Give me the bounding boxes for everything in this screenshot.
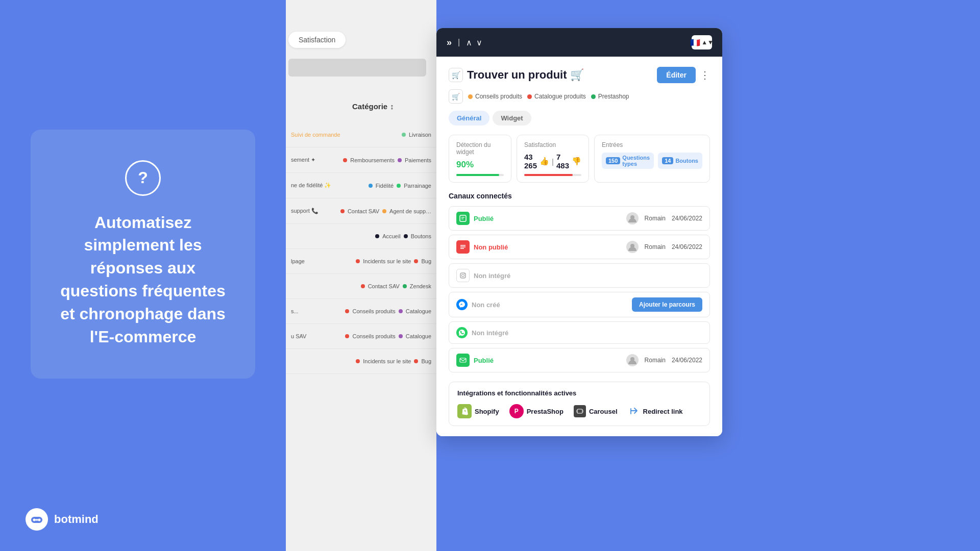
stat-detection: Détection du widget 90% <box>449 135 511 183</box>
svg-rect-5 <box>37 514 39 517</box>
avatar-romain-2 <box>626 241 639 253</box>
list-item: Contact SAV Zendesk <box>286 274 436 299</box>
list-item: Incidents sur le site Bug <box>286 349 436 374</box>
avatar-romain-3 <box>626 354 639 366</box>
flag-icon: 🇫🇷 <box>690 38 700 47</box>
shopify-icon <box>457 404 472 418</box>
detection-progress-fill <box>456 174 499 176</box>
entrees-label: Entrées <box>602 141 702 148</box>
modal-title-row: 🛒 Trouver un produit 🛒 Éditer ⋮ <box>449 67 710 83</box>
svg-rect-3 <box>35 519 38 521</box>
integration-shopify: Shopify <box>457 404 499 418</box>
integration-prestashop: P PrestaShop <box>509 404 564 418</box>
channel-row-instagram: Non intégré <box>449 263 710 288</box>
entry-badge-boutons: 14 Boutons <box>658 153 702 169</box>
thumbs-up-icon: 👍 <box>540 157 549 166</box>
svg-point-2 <box>38 519 41 521</box>
prestashop-icon: P <box>509 404 524 418</box>
botmind-logo: botmind <box>0 508 286 531</box>
svg-rect-17 <box>460 358 466 362</box>
list-item: sement ✦ Remboursements Paiements <box>286 147 436 173</box>
channel-right-2: Romain 24/06/2022 <box>626 241 702 253</box>
modal-body: 🛒 Trouver un produit 🛒 Éditer ⋮ 🛒 Consei… <box>436 57 722 436</box>
left-panel: ? Automatisez simplement les réponses au… <box>0 0 286 551</box>
language-selector[interactable]: 🇫🇷 ▲▼ <box>692 35 712 49</box>
list-channel-icon <box>456 240 470 254</box>
svg-point-1 <box>33 519 36 521</box>
channel-row-list: Non publié Romain 24/06/2022 <box>449 235 710 259</box>
channel-right-3: Romain 24/06/2022 <box>626 354 702 366</box>
list-item: Suivi de commande Livraison <box>286 122 436 147</box>
whatsapp-channel-icon <box>456 327 468 338</box>
detection-value: 90% <box>456 160 504 170</box>
channel-row-whatsapp: Non intégré <box>449 321 710 344</box>
channel-status-not-created: Non créé <box>456 299 500 310</box>
detection-label: Détection du widget <box>456 141 504 156</box>
satisfaction-value: 43 265 👍 | 7 483 👎 <box>524 153 581 170</box>
channel-status-unpublished: Non publié <box>456 240 508 254</box>
question-icon: ? <box>125 160 161 196</box>
source-cart-icon: 🛒 <box>449 89 463 104</box>
lang-label: ▲▼ <box>701 39 714 46</box>
tabs-row: Général Widget <box>449 111 710 126</box>
list-rows: Suivi de commande Livraison sement ✦ Rem… <box>286 122 436 374</box>
category-header: Catégorie ↕ <box>352 102 394 111</box>
satisfaction-progress-bg <box>524 174 581 176</box>
channel-row-widget: Publié Romain 24/06/2022 <box>449 206 710 231</box>
avatar-romain-1 <box>626 212 639 224</box>
widget-channel-icon <box>456 212 470 225</box>
satisfaction-progress-fill <box>524 174 573 176</box>
tab-widget[interactable]: Widget <box>493 111 531 126</box>
channel-row-email: Publié Romain 24/06/2022 <box>449 348 710 372</box>
list-item: support 📞 Contact SAV Agent de supp… <box>286 198 436 224</box>
svg-rect-4 <box>35 514 36 517</box>
messenger-channel-icon <box>456 299 468 310</box>
stat-entrees: Entrées 150 Questions types 14 Boutons <box>594 135 710 183</box>
channel-status-published-2: Publié <box>456 354 494 367</box>
ajouter-parcours-button[interactable]: Ajouter le parcours <box>632 297 702 312</box>
email-channel-icon <box>456 354 470 367</box>
satisfaction-label: Satisfaction <box>524 141 581 148</box>
modal-title-actions: Éditer ⋮ <box>657 67 710 83</box>
channel-status-published-1: Publié <box>456 212 494 225</box>
more-options-button[interactable]: ⋮ <box>700 69 710 81</box>
source-tag-prestashop: Prestashop <box>591 93 629 100</box>
redirect-icon <box>628 405 640 417</box>
entries-badges: 150 Questions types 14 Boutons <box>602 153 702 169</box>
list-item: ne de fidélité ✨ Fidélité Parrainage <box>286 173 436 198</box>
list-item: s... Conseils produits Catalogue <box>286 299 436 324</box>
source-tags: 🛒 Conseils produits Catalogue produits P… <box>449 89 710 104</box>
gray-bar <box>288 59 426 77</box>
cart-icon: 🛒 <box>449 68 463 82</box>
botmind-logo-icon <box>26 508 48 531</box>
botmind-brand-text: botmind <box>54 513 99 526</box>
editer-button[interactable]: Éditer <box>657 67 696 83</box>
satisfaction-tab[interactable]: Satisfaction <box>288 32 346 48</box>
chevron-up-icon[interactable]: ∧ <box>466 38 472 47</box>
modal-header-left: » | ∧ ∨ <box>447 37 482 48</box>
channel-list: Publié Romain 24/06/2022 Non publié <box>449 206 710 372</box>
tab-general[interactable]: Général <box>449 111 489 126</box>
integrations-list: Shopify P PrestaShop Carousel <box>457 404 701 418</box>
list-item: u SAV Conseils produits Catalogue <box>286 324 436 349</box>
source-tag-catalogue: Catalogue produits <box>527 93 586 100</box>
source-tag-conseils: Conseils produits <box>468 93 522 100</box>
modal-header: » | ∧ ∨ 🇫🇷 ▲▼ <box>436 28 722 57</box>
stat-satisfaction: Satisfaction 43 265 👍 | 7 483 👎 <box>517 135 589 183</box>
svg-rect-21 <box>582 410 583 413</box>
stats-row: Détection du widget 90% Satisfaction 43 … <box>449 135 710 183</box>
integration-carousel: Carousel <box>574 405 618 417</box>
channel-status-not-integrated-1: Non intégré <box>456 269 510 282</box>
chevron-down-icon[interactable]: ∨ <box>476 38 482 47</box>
double-chevron-icon[interactable]: » <box>447 37 452 48</box>
left-title: Automatisez simplement les réponses aux … <box>56 211 230 348</box>
left-card: ? Automatisez simplement les réponses au… <box>31 130 255 379</box>
integrations-title: Intégrations et fonctionnalités actives <box>457 389 701 397</box>
svg-point-16 <box>464 273 465 274</box>
modal-title: 🛒 Trouver un produit 🛒 <box>449 68 584 82</box>
channel-right-messenger: Ajouter le parcours <box>632 297 702 312</box>
instagram-channel-icon <box>456 269 470 282</box>
detection-progress-bg <box>456 174 504 176</box>
svg-point-15 <box>462 274 464 277</box>
list-item: lpage Incidents sur le site Bug <box>286 249 436 274</box>
